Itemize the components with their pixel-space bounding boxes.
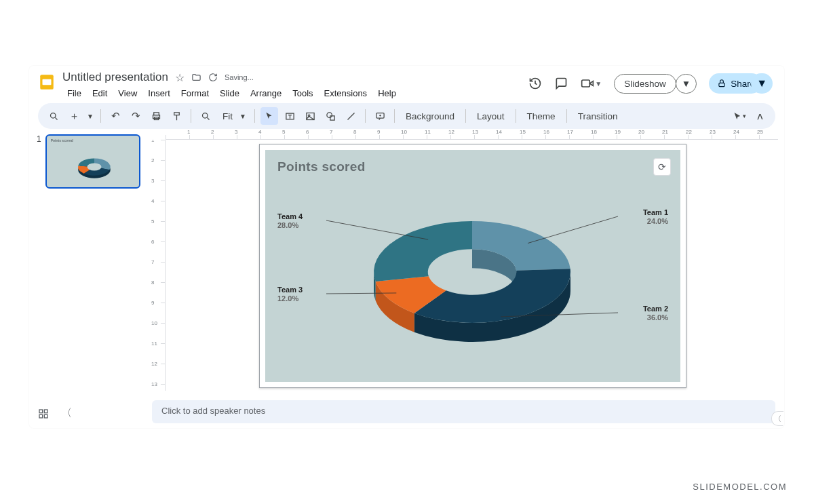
side-panel-toggle[interactable]: 〈 (771, 411, 783, 426)
slideshow-dropdown[interactable]: ▼ (676, 74, 697, 94)
lock-icon (717, 79, 726, 88)
app-window: Untitled presentation ☆ Saving... File E… (29, 66, 784, 428)
workspace: 1 Points scored (30, 129, 783, 396)
transition-button[interactable]: Transition (573, 111, 623, 121)
label-team2: Team 236.0% (643, 305, 668, 322)
svg-rect-2 (582, 80, 590, 87)
refresh-chart-icon[interactable]: ⟳ (653, 158, 671, 176)
chart-object[interactable]: Points scored ⟳ Team 124.0% Team 236.0% … (265, 150, 680, 382)
svg-point-4 (50, 113, 56, 118)
layout-button[interactable]: Layout (471, 111, 510, 121)
collapse-filmstrip-icon[interactable]: 〈 (61, 406, 72, 421)
donut-chart (265, 150, 679, 381)
svg-rect-21 (39, 410, 43, 413)
shape-tool[interactable] (322, 107, 339, 125)
menu-slide[interactable]: Slide (215, 87, 244, 100)
svg-line-20 (326, 220, 428, 239)
zoom-button[interactable] (197, 107, 214, 125)
titlebar: Untitled presentation ☆ Saving... File E… (30, 66, 783, 100)
slide-number: 1 (37, 134, 41, 189)
explore-grid-icon[interactable] (38, 406, 49, 421)
title-column: Untitled presentation ☆ Saving... File E… (62, 71, 401, 100)
zoom-dropdown[interactable]: ▼ (237, 107, 249, 125)
select-tool[interactable] (260, 107, 278, 125)
menu-insert[interactable]: Insert (143, 87, 175, 100)
search-menus-icon[interactable] (45, 107, 62, 125)
comment-tool[interactable] (371, 107, 389, 125)
label-team4: Team 428.0% (277, 212, 303, 230)
canvas-area: .123456789101112131415161718192021222324… (151, 129, 783, 396)
history-icon[interactable] (528, 77, 542, 90)
menu-extensions[interactable]: Extensions (319, 87, 372, 100)
svg-rect-24 (44, 414, 47, 418)
svg-point-16 (87, 163, 101, 170)
label-team3: Team 312.0% (277, 286, 303, 303)
star-icon[interactable]: ☆ (175, 71, 185, 84)
hide-menus-button[interactable]: ʌ (751, 107, 769, 125)
slideshow-button[interactable]: Slideshow (614, 74, 676, 94)
menu-format[interactable]: Format (176, 87, 214, 100)
comments-icon[interactable] (554, 77, 568, 90)
cloud-sync-icon (208, 73, 218, 82)
svg-rect-13 (330, 115, 334, 119)
svg-rect-1 (43, 79, 52, 85)
pointer-mode-icon[interactable]: ▾ (731, 107, 748, 125)
svg-point-8 (202, 113, 208, 118)
textbox-tool[interactable] (281, 107, 298, 125)
label-team1: Team 124.0% (643, 208, 668, 226)
theme-button[interactable]: Theme (522, 111, 561, 121)
move-folder-icon[interactable] (191, 73, 201, 83)
svg-line-17 (528, 216, 618, 244)
menu-file[interactable]: File (62, 87, 86, 100)
horizontal-ruler: .123456789101112131415161718192021222324… (166, 129, 778, 140)
slide-thumbnail-1[interactable]: Points scored (45, 134, 140, 189)
slides-logo-icon (38, 73, 56, 91)
undo-button[interactable]: ↶ (106, 107, 124, 125)
line-tool[interactable] (342, 107, 360, 125)
print-button[interactable] (147, 107, 165, 125)
speaker-notes[interactable]: Click to add speaker notes (152, 400, 775, 423)
zoom-level[interactable]: Fit (217, 111, 234, 121)
watermark: SLIDEMODEL.COM (693, 482, 787, 492)
svg-rect-22 (44, 410, 47, 413)
paint-format-button[interactable] (168, 107, 185, 125)
saving-status: Saving... (225, 73, 254, 81)
menu-help[interactable]: Help (373, 87, 401, 100)
document-title[interactable]: Untitled presentation (62, 71, 168, 84)
menubar: File Edit View Insert Format Slide Arran… (62, 87, 401, 100)
filmstrip: 1 Points scored (30, 129, 151, 396)
menu-arrange[interactable]: Arrange (246, 87, 286, 100)
svg-point-12 (326, 112, 332, 117)
slide-canvas[interactable]: Points scored ⟳ Team 124.0% Team 236.0% … (259, 144, 686, 388)
toolbar: ＋ ▼ ↶ ↷ Fit ▼ Background Layout Theme Tr… (38, 103, 775, 129)
meet-icon[interactable]: ▼ (580, 77, 602, 90)
svg-rect-23 (39, 414, 43, 418)
share-dropdown[interactable]: ▼ (751, 73, 773, 94)
new-slide-button[interactable]: ＋ (65, 107, 83, 125)
new-slide-dropdown[interactable]: ▼ (85, 107, 95, 125)
menu-edit[interactable]: Edit (88, 87, 112, 100)
menu-view[interactable]: View (113, 87, 142, 100)
background-button[interactable]: Background (400, 111, 460, 121)
menu-tools[interactable]: Tools (288, 87, 317, 100)
redo-button[interactable]: ↷ (127, 107, 144, 125)
image-tool[interactable] (301, 107, 319, 125)
chart-title: Points scored (277, 159, 366, 174)
svg-rect-3 (719, 83, 724, 86)
vertical-ruler: 1234567891011121314 (151, 140, 166, 391)
